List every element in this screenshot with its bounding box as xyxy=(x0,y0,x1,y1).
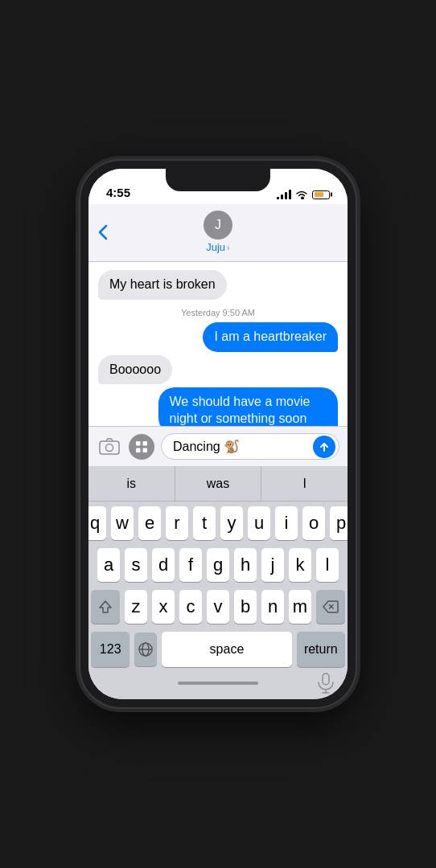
wifi-icon xyxy=(295,190,308,199)
key-v[interactable]: v xyxy=(207,590,229,624)
key-a[interactable]: a xyxy=(97,548,120,582)
key-k[interactable]: k xyxy=(289,548,311,582)
svg-rect-5 xyxy=(143,448,148,452)
mic-icon[interactable] xyxy=(317,673,335,697)
status-icons xyxy=(277,190,330,199)
key-t[interactable]: t xyxy=(193,506,216,540)
key-j[interactable]: j xyxy=(261,548,284,582)
apps-button[interactable] xyxy=(129,434,154,460)
input-area: Dancing 🐒 xyxy=(88,426,348,466)
num-key[interactable]: 123 xyxy=(91,632,130,667)
svg-rect-2 xyxy=(136,441,141,446)
svg-rect-4 xyxy=(136,448,141,452)
predict-word-1[interactable]: is xyxy=(88,466,175,501)
key-w[interactable]: w xyxy=(111,506,134,540)
key-o[interactable]: o xyxy=(302,506,325,540)
key-m[interactable]: m xyxy=(289,590,311,624)
key-h[interactable]: h xyxy=(234,548,257,582)
message-bubble-1: My heart is broken xyxy=(98,270,227,300)
contact-info[interactable]: J Juju › xyxy=(204,211,232,253)
contact-chevron: › xyxy=(227,243,230,252)
camera-button[interactable] xyxy=(97,434,122,460)
svg-rect-8 xyxy=(323,674,329,685)
shift-key[interactable] xyxy=(91,590,120,624)
key-f[interactable]: f xyxy=(179,548,202,582)
predict-word-3[interactable]: I xyxy=(261,466,348,501)
key-n[interactable]: n xyxy=(261,590,284,624)
key-q[interactable]: q xyxy=(88,506,106,540)
space-key[interactable]: space xyxy=(162,632,291,667)
keyboard-bottom-row: 123 space return xyxy=(91,632,345,667)
key-d[interactable]: d xyxy=(152,548,175,582)
key-i[interactable]: i xyxy=(275,506,298,540)
contact-name: Juju › xyxy=(206,241,230,253)
contact-avatar: J xyxy=(204,211,232,240)
key-p[interactable]: p xyxy=(330,506,348,540)
phone-frame: 4:55 xyxy=(80,161,356,707)
svg-rect-0 xyxy=(100,441,119,454)
key-g[interactable]: g xyxy=(207,548,229,582)
key-y[interactable]: y xyxy=(220,506,243,540)
key-c[interactable]: c xyxy=(179,590,202,624)
home-bar xyxy=(178,682,258,685)
message-bubble-4: Boooooo xyxy=(98,355,172,385)
back-button[interactable] xyxy=(98,224,108,240)
key-e[interactable]: e xyxy=(138,506,161,540)
svg-point-1 xyxy=(106,444,113,451)
key-b[interactable]: b xyxy=(234,590,257,624)
message-header: J Juju › xyxy=(88,204,348,262)
return-key[interactable]: return xyxy=(297,632,345,667)
keyboard-row-3: z x c v b n m xyxy=(91,590,345,624)
predict-word-2[interactable]: was xyxy=(175,466,262,501)
input-text: Dancing 🐒 xyxy=(173,439,240,454)
key-r[interactable]: r xyxy=(166,506,188,540)
keyboard-row-2: a s d f g h j k l xyxy=(91,548,345,582)
send-button[interactable] xyxy=(313,436,335,458)
backspace-key[interactable] xyxy=(316,590,345,624)
battery-icon xyxy=(312,190,330,199)
key-u[interactable]: u xyxy=(248,506,270,540)
key-x[interactable]: x xyxy=(152,590,175,624)
key-z[interactable]: z xyxy=(125,590,147,624)
messages-area: My heart is broken Yesterday 9:50 AM I a… xyxy=(88,262,348,426)
key-l[interactable]: l xyxy=(316,548,339,582)
keyboard-footer xyxy=(88,670,348,699)
notch xyxy=(166,169,270,191)
keyboard: q w e r t y u i o p a s d f g h j k l xyxy=(88,502,348,670)
signal-icon xyxy=(277,190,291,199)
globe-key[interactable] xyxy=(134,633,157,666)
message-bubble-5: We should have a movie night or somethin… xyxy=(158,387,339,426)
phone-screen: 4:55 xyxy=(88,169,348,699)
predictive-bar: is was I xyxy=(88,466,348,502)
keyboard-row-1: q w e r t y u i o p xyxy=(91,506,345,540)
key-s[interactable]: s xyxy=(125,548,147,582)
status-time: 4:55 xyxy=(106,186,130,199)
message-input[interactable]: Dancing 🐒 xyxy=(161,433,339,460)
timestamp-1: Yesterday 9:50 AM xyxy=(98,308,338,317)
message-bubble-3: I am a heartbreaker xyxy=(203,322,338,352)
svg-rect-3 xyxy=(143,441,148,446)
